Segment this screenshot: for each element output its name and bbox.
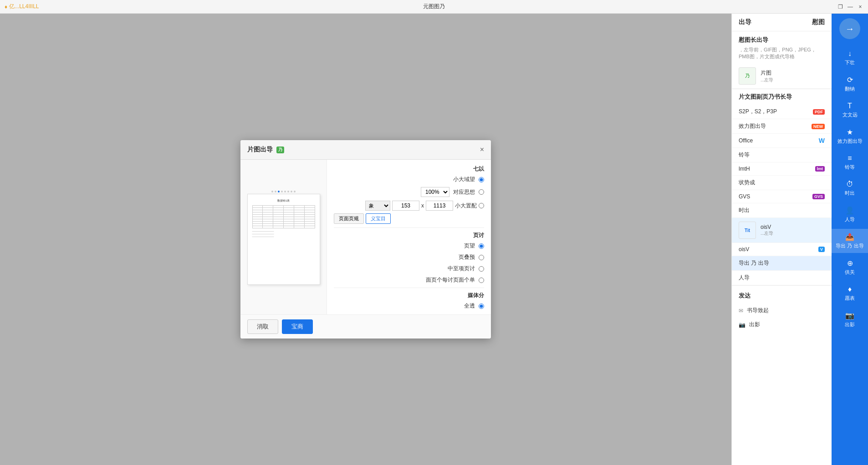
export-active-label: 导出 乃 出导 (836, 243, 863, 249)
app-logo: ♦ 亿...LL4IIILL (5, 3, 39, 10)
divider-2 (334, 288, 484, 288)
user-icon: 👤 (845, 206, 854, 215)
sidebar-item-xia[interactable]: ↓ 下壮 (832, 46, 868, 70)
export-item-selected[interactable]: 导出 乃 出导 (732, 256, 832, 271)
sidebar-item-menu[interactable]: ≡ 铃等 (832, 151, 868, 174)
sidebar-arrow-button[interactable]: → (839, 18, 860, 39)
page-dot-8[interactable] (294, 191, 296, 192)
export-item-time[interactable]: 时出 (732, 203, 832, 218)
page-current-radio[interactable] (479, 243, 484, 249)
size-separator: x (421, 202, 424, 209)
bg-single-label: 间值ll (462, 313, 475, 314)
bg-color-radio[interactable] (479, 303, 484, 309)
all-pages-tab[interactable]: 页面页规 (334, 213, 364, 224)
sidebar-item-star[interactable]: ★ 效力图出导 (832, 124, 868, 148)
modal-settings-pane: 七以 小大域望 100% 75% 50% 对应思想 (327, 160, 491, 314)
size-fit-label: 对应思想 (453, 188, 475, 196)
image-formats-desc: ，左导前，GIF图，PNG，JPEG，PMB图，片文图成代导格 (732, 46, 832, 64)
minimize-button[interactable]: — (847, 4, 853, 10)
export-item-power[interactable]: 效力图出导 NEW (732, 119, 832, 134)
close-button[interactable]: × (857, 4, 863, 10)
size-custom-radio[interactable] (479, 203, 484, 208)
sidebar-item-plus[interactable]: ⊕ 供关 (832, 255, 868, 279)
export-item-svg-badge: GVS (812, 194, 825, 199)
export-panel-subtitle: 慰图 (812, 18, 825, 26)
share-photo-icon: 📷 (739, 322, 745, 328)
size-custom-label: 小大置配 (455, 202, 477, 210)
visio-icon-box: Tit (739, 222, 756, 239)
sidebar-item-text[interactable]: T 文文远 (832, 98, 868, 122)
sidebar-item-photo[interactable]: 📷 出影 (832, 308, 868, 332)
modal-preview-pane: 数据铃1表 (240, 160, 327, 314)
modal-title-badge: 乃 (276, 147, 284, 153)
image-format-item[interactable]: 乃 片图 ...左导 (732, 64, 832, 89)
page-dot-3[interactable] (278, 191, 280, 192)
size-fit-row: 100% 75% 50% 对应思想 (334, 187, 484, 197)
resolution-select[interactable]: 100% 75% 50% (421, 187, 449, 197)
text-icon: T (848, 102, 852, 110)
export-item-html-badge: lmt (815, 166, 825, 172)
sidebar-item-user[interactable]: 👤 人导 (832, 202, 868, 227)
content-area: 片图出导 乃 × (0, 14, 731, 465)
sidebar-item-diamond[interactable]: ♦ 愿表 (832, 282, 868, 305)
export-item-people[interactable]: 人导 (732, 271, 832, 285)
export-item-visio[interactable]: Tit oisV ...左导 (732, 218, 832, 243)
share-photo[interactable]: 📷 出影 (732, 318, 832, 332)
export-item-pdf[interactable]: S2P，S2，P3P PDF (732, 105, 832, 119)
page-dot-6[interactable] (287, 191, 289, 192)
photo-icon: 📷 (845, 311, 854, 320)
page-all-radio[interactable] (479, 255, 484, 260)
export-item-office[interactable]: Office W (732, 134, 832, 148)
sidebar-item-export-active[interactable]: 📤 导出 乃 出导 (832, 229, 868, 253)
page-dot-5[interactable] (284, 191, 286, 192)
right-sidebar: → ↓ 下壮 ⟳ 翻钠 T 文文远 ★ 效力图出导 ≡ 铃等 (832, 14, 868, 465)
page-tabs: 页面页规 义宝目 (334, 213, 484, 224)
export-item-status[interactable]: 状势成 (732, 176, 832, 190)
page-dot-1[interactable] (271, 191, 273, 192)
export-item-svg[interactable]: GVS GVS (732, 190, 832, 203)
page-dot-7[interactable] (291, 191, 292, 192)
menu-label: 铃等 (845, 164, 855, 171)
export-item-visio-text: oisV (739, 246, 749, 253)
format-text: 片图 ...左导 (761, 69, 773, 83)
page-single-radio[interactable] (479, 278, 484, 283)
modal-footer: 消取 宝商 (240, 314, 491, 339)
height-input[interactable] (392, 201, 419, 211)
share-header: 发达 (732, 288, 832, 303)
width-input[interactable] (426, 201, 453, 211)
export-item-office-label: Office (739, 137, 753, 144)
export-active-icon: 📤 (845, 232, 854, 241)
page-all-row: 页叠预 (334, 253, 484, 261)
image-section-header: 慰图长出导 (732, 31, 832, 46)
user-label: 人导 (845, 216, 855, 223)
export-item-svg-label: GVS (739, 193, 750, 200)
html-section: 片文图副页乃书长导 (732, 89, 832, 105)
export-item-visio-badge: V (818, 247, 825, 252)
restore-button[interactable]: ❐ (837, 4, 843, 10)
confirm-button[interactable]: 宝商 (282, 319, 313, 334)
sidebar-item-time[interactable]: ⏱ 时出 (832, 177, 868, 200)
cancel-button[interactable]: 消取 (247, 319, 278, 334)
page-dot-4[interactable] (281, 191, 283, 192)
current-page-tab[interactable]: 义宝目 (366, 213, 391, 224)
modal-title-text: 片图出导 (247, 146, 273, 154)
page-center-radio[interactable] (479, 266, 484, 272)
sidebar-item-fan[interactable]: ⟳ 翻钠 (832, 72, 868, 96)
export-item-power-badge: NEW (812, 124, 825, 129)
share-email[interactable]: ✉ 书导致起 (732, 303, 832, 318)
size-fit-radio[interactable] (479, 189, 484, 195)
export-item-html[interactable]: lmtH lmt (732, 162, 832, 176)
star-icon: ★ (847, 128, 853, 136)
export-item-visio-label[interactable]: oisV V (732, 243, 832, 256)
export-item-power-label: 效力图出导 (739, 122, 766, 130)
plus-label: 供关 (845, 269, 855, 276)
size-max-radio[interactable] (479, 177, 484, 182)
unit-select[interactable]: 象 px (365, 201, 390, 211)
page-center-row: 中至项页讨 (334, 265, 484, 273)
page-dot-2[interactable] (275, 191, 276, 192)
right-panel-wrapper: 出导 慰图 慰图长出导 ，左导前，GIF图，PNG，JPEG，PMB图，片文图成… (731, 14, 868, 465)
format-icon-badge: 乃 (745, 73, 750, 79)
modal-close-button[interactable]: × (480, 146, 484, 154)
export-panel-header: 出导 慰图 (732, 14, 832, 31)
export-item-ling[interactable]: 铃等 (732, 148, 832, 162)
